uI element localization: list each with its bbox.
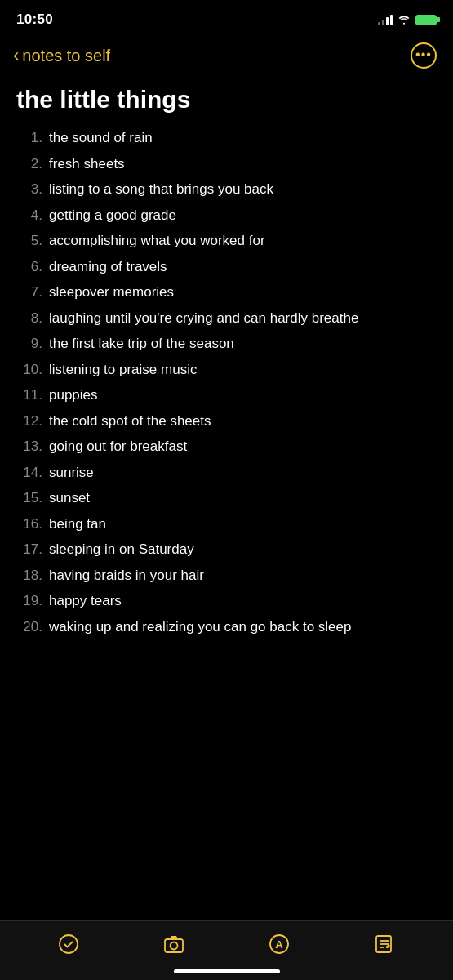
list-number: 1. [20, 127, 49, 149]
edit-button[interactable] [373, 933, 396, 956]
list-text: the cold spot of the sheets [49, 411, 437, 432]
marker-button[interactable]: A [268, 933, 291, 956]
list-text: being tan [49, 514, 437, 535]
list-number: 18. [20, 565, 49, 586]
list-item: 3.listing to a song that brings you back [20, 179, 437, 200]
list-number: 6. [20, 256, 49, 278]
list-item: 8.laughing until you're crying and can h… [20, 308, 437, 329]
content-area: the little things 1.the sound of rain2.f… [0, 78, 453, 658]
list-number: 11. [20, 385, 49, 406]
list-text: sunset [49, 488, 437, 509]
list-text: happy tears [49, 590, 437, 612]
back-button[interactable]: ‹ notes to self [13, 47, 110, 65]
list-item: 10.listening to praise music [20, 359, 437, 381]
list-item: 17.sleeping in on Saturday [20, 539, 437, 560]
list-text: sleeping in on Saturday [49, 539, 437, 560]
list-number: 10. [20, 359, 49, 381]
list-container: 1.the sound of rain2.fresh sheets3.listi… [16, 127, 437, 637]
ellipsis-icon: ••• [415, 48, 432, 61]
list-number: 5. [20, 230, 49, 252]
list-number: 9. [20, 333, 49, 354]
status-icons [378, 14, 437, 25]
check-circle-button[interactable] [57, 933, 80, 956]
list-number: 16. [20, 514, 49, 535]
list-text: dreaming of travels [49, 256, 437, 278]
list-number: 8. [20, 308, 49, 329]
list-number: 7. [20, 282, 49, 303]
list-number: 12. [20, 411, 49, 432]
camera-icon [162, 933, 185, 956]
list-item: 11.puppies [20, 385, 437, 406]
list-item: 7.sleepover memories [20, 282, 437, 303]
list-item: 15.sunset [20, 488, 437, 509]
svg-text:A: A [275, 938, 283, 951]
list-text: puppies [49, 385, 437, 406]
battery-icon [415, 15, 437, 25]
list-item: 9.the first lake trip of the season [20, 333, 437, 354]
home-indicator [174, 969, 280, 973]
list-text: accomplishing what you worked for [49, 230, 437, 252]
list-item: 20.waking up and realizing you can go ba… [20, 617, 437, 638]
svg-point-0 [60, 935, 78, 953]
list-text: the sound of rain [49, 127, 437, 149]
list-number: 15. [20, 488, 49, 509]
list-item: 14.sunrise [20, 462, 437, 483]
list-item: 16.being tan [20, 514, 437, 535]
chevron-left-icon: ‹ [13, 47, 19, 65]
list-text: getting a good grade [49, 205, 437, 226]
wifi-icon [397, 15, 411, 24]
list-text: listening to praise music [49, 359, 437, 381]
signal-icon [378, 14, 393, 25]
list-number: 3. [20, 179, 49, 200]
status-time: 10:50 [16, 11, 53, 28]
page-title: the little things [16, 85, 437, 114]
marker-icon: A [268, 933, 291, 956]
list-item: 1.the sound of rain [20, 127, 437, 149]
svg-point-2 [171, 942, 178, 950]
list-item: 2.fresh sheets [20, 154, 437, 175]
edit-icon [373, 933, 396, 956]
list-text: the first lake trip of the season [49, 333, 437, 354]
list-number: 2. [20, 154, 49, 175]
list-number: 19. [20, 590, 49, 612]
list-item: 19.happy tears [20, 590, 437, 612]
list-number: 4. [20, 205, 49, 226]
list-number: 20. [20, 617, 49, 638]
list-item: 6.dreaming of travels [20, 256, 437, 278]
list-text: laughing until you're crying and can har… [49, 308, 437, 329]
list-text: having braids in your hair [49, 565, 437, 586]
camera-button[interactable] [162, 933, 185, 956]
list-text: waking up and realizing you can go back … [49, 617, 437, 638]
status-bar: 10:50 [0, 0, 453, 36]
list-item: 12.the cold spot of the sheets [20, 411, 437, 432]
list-text: sunrise [49, 462, 437, 483]
list-item: 5.accomplishing what you worked for [20, 230, 437, 252]
list-number: 17. [20, 539, 49, 560]
list-number: 13. [20, 436, 49, 457]
list-text: going out for breakfast [49, 436, 437, 457]
back-label: notes to self [22, 47, 110, 65]
list-text: listing to a song that brings you back [49, 179, 437, 200]
list-item: 18.having braids in your hair [20, 565, 437, 586]
list-text: sleepover memories [49, 282, 437, 303]
check-circle-icon [57, 933, 80, 956]
list-item: 4.getting a good grade [20, 205, 437, 226]
list-text: fresh sheets [49, 154, 437, 175]
list-item: 13.going out for breakfast [20, 436, 437, 457]
more-button[interactable]: ••• [411, 42, 437, 69]
nav-bar: ‹ notes to self ••• [0, 36, 453, 78]
toolbar-icons: A [0, 933, 453, 956]
svg-rect-1 [165, 939, 183, 952]
list-number: 14. [20, 462, 49, 483]
